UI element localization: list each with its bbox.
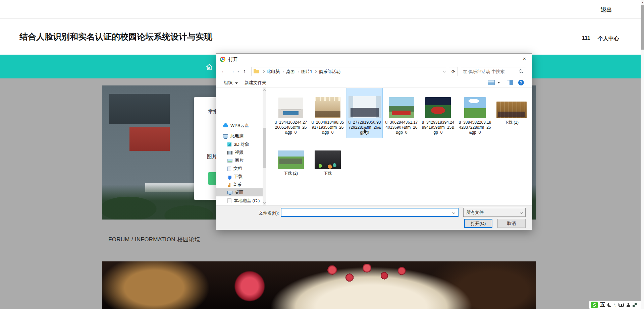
moon-icon[interactable]: [607, 303, 611, 307]
dialog-footer: 文件名(N): 所有文件 打开(O) 取消: [216, 205, 532, 230]
browser-scrollbar[interactable]: ▲: [641, 0, 644, 309]
dialog-title: 打开: [228, 57, 238, 63]
file-item[interactable]: u=2004918498,3591719356&fm=26&gp=0: [310, 88, 345, 138]
file-item[interactable]: u=3884582263,1842837228&fm=26&gp=0: [457, 88, 493, 138]
file-thumbnail: [278, 150, 304, 169]
ime-toolbar: S 五 °,: [589, 301, 643, 309]
file-name: 下载 (1): [495, 120, 528, 125]
help-icon[interactable]: ?: [518, 80, 524, 85]
sidebar-item-music[interactable]: 音乐: [216, 181, 263, 189]
scrollbar-up-icon[interactable]: ▲: [641, 1, 644, 4]
sidebar-item-downloads[interactable]: 下载: [216, 173, 263, 181]
sidebar-item-label: WPS云盘: [230, 123, 249, 129]
sogou-logo-icon[interactable]: S: [591, 302, 598, 308]
file-item[interactable]: 下载 (1): [494, 88, 529, 138]
home-icon[interactable]: [205, 63, 213, 71]
new-folder-button[interactable]: 新建文件夹: [245, 80, 266, 86]
keyboard-icon[interactable]: [619, 303, 624, 307]
filename-input[interactable]: [281, 210, 453, 215]
close-icon[interactable]: ×: [517, 54, 532, 64]
filename-dropdown-chevron-icon[interactable]: [452, 211, 455, 213]
ime-punctuation-mode[interactable]: °,: [614, 303, 616, 307]
cloud-icon: [223, 124, 228, 127]
filetype-select[interactable]: 所有文件: [463, 208, 526, 217]
scrollbar-thumb[interactable]: [641, 5, 644, 50]
breadcrumb-club-activities[interactable]: 俱乐部活动: [319, 69, 340, 75]
chevron-right-icon: [314, 70, 317, 73]
sidebar-item-label: 3D 对象: [234, 141, 249, 147]
history-chevron-icon[interactable]: [237, 71, 240, 72]
dialog-title-bar[interactable]: 打开 ×: [216, 54, 532, 65]
sidebar-item-this-pc[interactable]: 此电脑: [216, 132, 263, 140]
mouse-cursor: [363, 128, 369, 136]
dialog-toolbar: 组织 新建文件夹 ?: [216, 78, 532, 87]
organize-menu[interactable]: 组织: [224, 80, 232, 86]
disk-icon: [227, 198, 231, 203]
browser-top-bar: 退出: [0, 0, 644, 19]
filetype-dropdown-chevron-icon: [520, 211, 523, 213]
video-icon: [227, 151, 232, 154]
file-thumbnail: [278, 98, 303, 118]
search-input[interactable]: [460, 69, 519, 74]
view-mode-caret-icon[interactable]: [497, 82, 500, 83]
cancel-button[interactable]: 取消: [497, 219, 526, 228]
sidebar-item-label: 下载: [234, 174, 243, 180]
file-thumbnail: [425, 97, 451, 118]
organize-caret-icon[interactable]: [235, 82, 238, 84]
person-icon[interactable]: [626, 303, 630, 307]
file-item[interactable]: u=1344163244,2726051485&fm=26&gp=0: [273, 88, 309, 138]
file-name: u=2004918498,3591719356&fm=26&gp=0: [311, 120, 344, 135]
file-name: u=3062844361,1740136907&fm=26&gp=0: [385, 120, 418, 135]
breadcrumb[interactable]: 此电脑 桌面 图片1 俱乐部活动: [251, 67, 447, 76]
preview-pane-icon[interactable]: [507, 80, 513, 85]
back-icon[interactable]: ←: [221, 68, 226, 74]
search-icon[interactable]: [519, 69, 523, 74]
sidebar-item-disk-c[interactable]: 本地磁盘 (C:): [216, 197, 263, 205]
view-mode-icon[interactable]: [488, 80, 495, 85]
sidebar-item-label: 图片: [235, 158, 244, 164]
file-item[interactable]: 下载 (2): [273, 139, 309, 189]
file-name: u=3429318394,248941959&fm=15&gp=0: [421, 120, 455, 135]
file-name: 下载 (2): [274, 171, 308, 176]
sidebar-item-label: 本地磁盘 (C:): [234, 198, 260, 204]
toolbox-grid-icon[interactable]: [633, 303, 637, 307]
user-center-link[interactable]: 个人中心: [598, 35, 619, 42]
chevron-right-icon: [297, 70, 299, 73]
image-label: 图片: [207, 153, 217, 160]
sidebar-item-3d-objects[interactable]: 3D 对象: [216, 140, 263, 148]
file-item[interactable]: 下载: [310, 139, 345, 189]
dialog-body: WPS云盘 此电脑 3D 对象 视频 图片 文档 下载 音乐 桌面 本地磁盘 (…: [216, 87, 532, 205]
file-name: u=1344163244,2726051485&fm=26&gp=0: [274, 120, 308, 135]
refresh-icon[interactable]: ⟳: [449, 67, 458, 76]
sidebar-item-desktop[interactable]: 桌面: [216, 188, 263, 196]
chrome-icon: [220, 57, 225, 62]
sidebar-item-wps-cloud[interactable]: WPS云盘: [216, 122, 263, 130]
sidebar-item-pictures[interactable]: 图片: [216, 157, 263, 165]
breadcrumb-desktop[interactable]: 桌面: [286, 69, 295, 75]
open-button[interactable]: 打开(O): [464, 219, 492, 228]
ime-wubi-mode[interactable]: 五: [600, 302, 605, 308]
file-item[interactable]: u=3429318394,248941959&fm=15&gp=0: [420, 88, 456, 138]
up-icon[interactable]: ↑: [243, 68, 246, 74]
sidebar-item-documents[interactable]: 文档: [216, 165, 263, 173]
forward-icon[interactable]: →: [230, 68, 235, 74]
sidebar-scrollbar-thumb[interactable]: [263, 128, 266, 168]
address-dropdown-chevron-icon[interactable]: [443, 70, 445, 72]
file-open-dialog: 打开 × ← → ↑ 此电脑 桌面 图片1 俱乐部活动 ⟳: [216, 53, 532, 230]
sidebar-item-videos[interactable]: 视频: [216, 148, 263, 157]
forum-banner-image: [102, 261, 536, 309]
file-thumbnail: [348, 96, 381, 118]
logout-link[interactable]: 退出: [601, 6, 612, 14]
sidebar-item-label: 音乐: [233, 182, 241, 188]
file-item[interactable]: u=3062844361,1740136907&fm=26&gp=0: [384, 88, 419, 138]
file-name: 下载: [311, 171, 344, 176]
breadcrumb-pictures1[interactable]: 图片1: [301, 69, 312, 75]
sidebar-item-label: 此电脑: [230, 133, 244, 139]
dialog-address-row: ← → ↑ 此电脑 桌面 图片1 俱乐部活动 ⟳: [216, 65, 532, 78]
user-number[interactable]: 111: [582, 35, 590, 41]
sidebar-item-label: 文档: [233, 166, 242, 172]
breadcrumb-this-pc[interactable]: 此电脑: [267, 69, 280, 75]
file-name: u=3884582263,1842837228&fm=26&gp=0: [458, 120, 492, 135]
file-thumbnail: [389, 97, 414, 118]
page-title: 结合人脸识别和实名认证的校园论坛系统设计与实现: [19, 31, 212, 42]
